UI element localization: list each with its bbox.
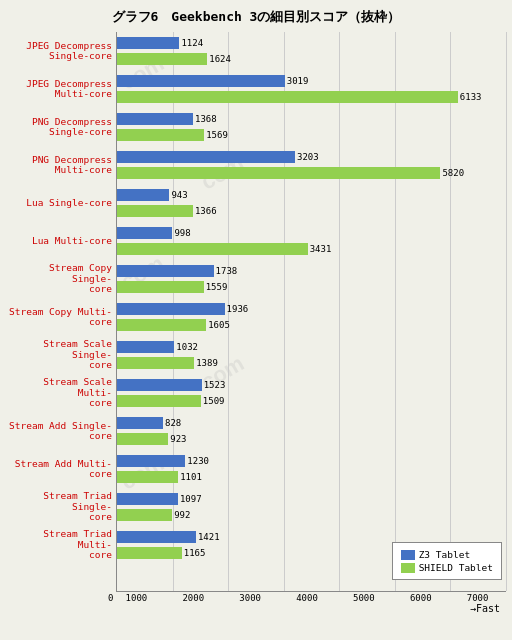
bar-row-green: 5820	[117, 166, 506, 180]
bar-green	[117, 167, 440, 179]
chart-container: com com com com com グラフ6 Geekbench 3の細目別…	[0, 0, 512, 640]
bar-value-green: 1366	[195, 206, 217, 216]
bar-green	[117, 547, 182, 559]
x-axis: 01000200030004000500060007000	[116, 593, 506, 603]
bar-value-blue: 1738	[216, 266, 238, 276]
bar-green	[117, 91, 458, 103]
bar-value-green: 923	[170, 434, 186, 444]
bar-value-blue: 998	[174, 228, 190, 238]
bars-section: 1124162430196133136815693203582094313669…	[116, 32, 506, 592]
x-axis-label: 7000	[449, 593, 506, 603]
bar-blue	[117, 379, 202, 391]
bar-blue	[117, 493, 178, 505]
bar-row-blue: 943	[117, 188, 506, 202]
bar-group: 32035820	[117, 146, 506, 184]
y-label: Stream Triad Single-core	[6, 488, 116, 526]
bar-row-blue: 1421	[117, 530, 506, 544]
bar-value-green: 1101	[180, 472, 202, 482]
bar-row-blue: 3203	[117, 150, 506, 164]
y-label: PNG DecompressMulti-core	[6, 146, 116, 184]
bar-row-blue: 1124	[117, 36, 506, 50]
bar-blue	[117, 151, 295, 163]
bar-value-blue: 1368	[195, 114, 217, 124]
bar-value-blue: 1421	[198, 532, 220, 542]
y-label: Stream Add Multi-core	[6, 450, 116, 488]
bar-blue	[117, 341, 174, 353]
bar-value-blue: 3203	[297, 152, 319, 162]
bar-value-green: 1559	[206, 282, 228, 292]
bar-value-green: 1165	[184, 548, 206, 558]
y-label: Stream Copy Multi-core	[6, 298, 116, 336]
bar-row-green: 923	[117, 432, 506, 446]
bar-row-green: 1101	[117, 470, 506, 484]
bar-row-blue: 828	[117, 416, 506, 430]
bar-row-green: 992	[117, 508, 506, 522]
bar-blue	[117, 417, 163, 429]
bar-row-blue: 1032	[117, 340, 506, 354]
bar-row-green: 1366	[117, 204, 506, 218]
chart-title: グラフ6 Geekbench 3の細目別スコア（抜枠）	[6, 8, 506, 26]
y-label: JPEG DecompressSingle-core	[6, 32, 116, 70]
bar-blue	[117, 455, 185, 467]
y-label: Stream Scale Single-core	[6, 336, 116, 374]
bar-blue	[117, 113, 193, 125]
bar-green	[117, 205, 193, 217]
bar-blue	[117, 265, 214, 277]
bar-blue	[117, 531, 196, 543]
bar-group: 19361605	[117, 298, 506, 336]
bar-value-green: 1624	[209, 54, 231, 64]
grid-line	[506, 32, 507, 591]
bar-value-green: 6133	[460, 92, 482, 102]
y-label: Lua Single-core	[6, 184, 116, 222]
bar-group: 15231509	[117, 374, 506, 412]
bar-blue	[117, 303, 225, 315]
bar-group: 9983431	[117, 222, 506, 260]
bar-green	[117, 471, 178, 483]
x-axis-label: 5000	[335, 593, 392, 603]
bar-row-green: 3431	[117, 242, 506, 256]
x-axis-label: 2000	[165, 593, 222, 603]
bar-row-green: 1559	[117, 280, 506, 294]
y-label: Lua Multi-core	[6, 222, 116, 260]
bar-row-green: 6133	[117, 90, 506, 104]
x-axis-label: 3000	[222, 593, 279, 603]
bar-group: 11241624	[117, 32, 506, 70]
bar-green	[117, 319, 206, 331]
y-label: Stream Scale Multi-core	[6, 374, 116, 412]
bar-row-green: 1569	[117, 128, 506, 142]
bar-value-blue: 1230	[187, 456, 209, 466]
bar-row-blue: 1368	[117, 112, 506, 126]
bar-row-blue: 1738	[117, 264, 506, 278]
y-label: Stream Triad Multi-core	[6, 526, 116, 564]
bar-green	[117, 357, 194, 369]
bar-value-blue: 1097	[180, 494, 202, 504]
bar-green	[117, 433, 168, 445]
bar-row-blue: 3019	[117, 74, 506, 88]
bar-green	[117, 53, 207, 65]
bar-value-green: 1389	[196, 358, 218, 368]
bar-group: 1097992	[117, 488, 506, 526]
bar-row-green: 1509	[117, 394, 506, 408]
bar-blue	[117, 227, 172, 239]
bar-green	[117, 129, 204, 141]
bar-group: 14211165	[117, 526, 506, 564]
bar-group: 9431366	[117, 184, 506, 222]
bar-row-green: 1605	[117, 318, 506, 332]
bar-value-blue: 1032	[176, 342, 198, 352]
bar-green	[117, 395, 201, 407]
bar-green	[117, 509, 172, 521]
bar-blue	[117, 75, 285, 87]
bar-group: 13681569	[117, 108, 506, 146]
bar-value-blue: 828	[165, 418, 181, 428]
bar-group: 10321389	[117, 336, 506, 374]
x-axis-label: 6000	[392, 593, 449, 603]
y-label: JPEG DecompressMulti-core	[6, 70, 116, 108]
bar-value-green: 5820	[442, 168, 464, 178]
bar-green	[117, 243, 308, 255]
bar-row-blue: 1230	[117, 454, 506, 468]
bar-row-blue: 998	[117, 226, 506, 240]
bar-row-blue: 1936	[117, 302, 506, 316]
fast-label: →Fast	[6, 603, 500, 614]
bar-group: 17381559	[117, 260, 506, 298]
bar-group: 828923	[117, 412, 506, 450]
